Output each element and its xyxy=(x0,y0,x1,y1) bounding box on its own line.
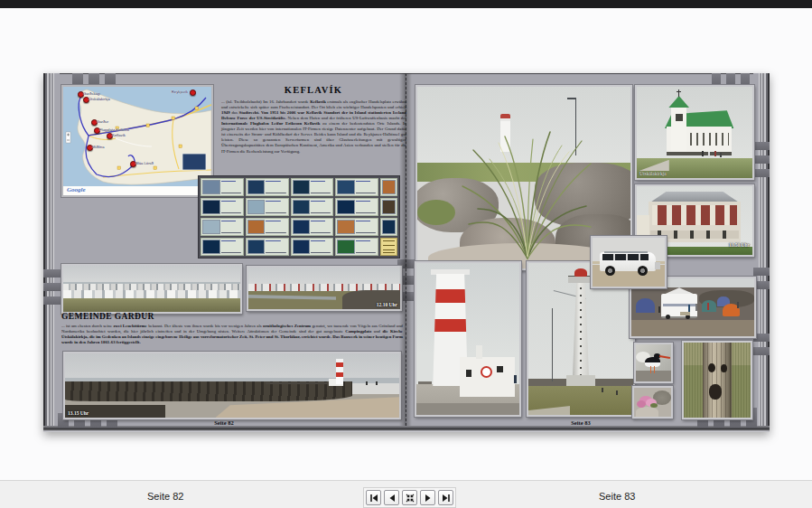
belfry-window xyxy=(676,114,683,121)
bird-card xyxy=(201,238,244,256)
left-page-footer: Seite 82 xyxy=(134,419,314,426)
suv-windows xyxy=(602,254,649,261)
photo-residential-area-left[interactable] xyxy=(61,264,242,314)
decor-tape xyxy=(43,269,61,278)
person xyxy=(720,153,722,157)
window xyxy=(497,366,503,372)
photo-wooden-post[interactable] xyxy=(682,341,752,419)
lantern-room xyxy=(574,268,587,277)
photobook-spread: GarðskagiÚtskálakirkjaGarðurFlugplatz Ke… xyxy=(43,73,770,432)
camping-table xyxy=(680,312,690,315)
gardur-heading[interactable]: GEMEINDE GARÐUR xyxy=(61,312,154,321)
roof-rack xyxy=(604,251,648,253)
bird-card xyxy=(380,198,397,216)
note-card xyxy=(380,238,397,256)
photo-white-suv[interactable] xyxy=(591,236,667,288)
grass-foreground xyxy=(63,298,240,312)
person xyxy=(366,381,368,385)
blue-tent xyxy=(636,298,654,314)
binding-dashed-line xyxy=(406,73,406,426)
left-page-stack-edge xyxy=(43,73,60,426)
bird-card xyxy=(380,218,397,236)
door xyxy=(466,370,471,377)
stone-light xyxy=(636,407,658,417)
decor-tape xyxy=(43,283,61,291)
current-right-page-label: Seite 83 xyxy=(599,491,635,502)
bird-card xyxy=(201,218,244,236)
bench xyxy=(418,381,432,384)
photo-residential-area-right[interactable]: 12.10 Uhr xyxy=(247,266,402,311)
map-marker[interactable] xyxy=(190,89,196,96)
bird-card xyxy=(201,198,244,216)
photo-gardskagi-old-lighthouse[interactable] xyxy=(415,261,521,417)
grass-tuft xyxy=(455,123,600,268)
photo-pink-flowers[interactable] xyxy=(632,386,673,419)
bird-card xyxy=(291,238,334,256)
green-leaves xyxy=(650,403,658,408)
bird-identification-chart[interactable] xyxy=(198,175,400,259)
bottom-page-stack-edge xyxy=(43,426,770,432)
page-title[interactable]: KEFLAVÍK xyxy=(220,85,406,95)
antenna-mast xyxy=(552,308,553,381)
page-navigation xyxy=(363,487,456,508)
viewer-workspace: GarðskagiÚtskálakirkjaGarðurFlugplatz Ke… xyxy=(0,8,812,480)
decor-tape xyxy=(753,155,770,164)
person xyxy=(737,302,739,308)
decor-tape xyxy=(753,268,770,276)
photo-oystercatcher-bird[interactable] xyxy=(634,343,673,383)
keflavik-text-block[interactable]: ... (isl. Treibholzbucht) Im 16. Jahrhun… xyxy=(221,99,406,174)
decor-tape xyxy=(753,169,770,177)
seaweed-rocks xyxy=(65,381,352,400)
map-marker-label: Miðlína xyxy=(92,145,105,149)
bird-card xyxy=(335,218,378,236)
window-row xyxy=(652,205,738,224)
previous-page-button[interactable] xyxy=(384,490,399,505)
knot-hole-mouth xyxy=(709,384,722,400)
right-page-footer: Seite 83 xyxy=(490,419,671,426)
fence-post xyxy=(616,390,618,395)
bird-card xyxy=(291,198,334,216)
bird-card xyxy=(246,238,289,256)
base-pedestal xyxy=(566,375,595,386)
person xyxy=(714,151,716,156)
photo-timestamp: 13.50 Uhr xyxy=(729,242,750,248)
decor-tape xyxy=(753,347,770,355)
decor-tape xyxy=(753,142,770,150)
fit-center-button[interactable] xyxy=(402,490,417,505)
bird-card xyxy=(335,198,378,216)
wheel xyxy=(638,266,648,276)
fit-center-icon xyxy=(405,493,415,503)
route-map[interactable]: GarðskagiÚtskálakirkjaGarðurFlugplatz Ke… xyxy=(61,85,213,197)
next-page-icon xyxy=(423,493,434,503)
window-top-strip xyxy=(0,0,812,8)
lamp-arm xyxy=(567,98,576,99)
camper-wheel xyxy=(666,315,670,319)
photo-caption: Útskálakirkja xyxy=(639,171,667,176)
wood-grain xyxy=(703,343,733,418)
photo-timestamp: 13.15 Uhr xyxy=(68,410,89,416)
photo-beach-panorama[interactable]: 13.15 Uhr xyxy=(63,352,401,419)
gardur-paragraph: ... ist am ehesten durch seine zwei Leuc… xyxy=(61,323,403,344)
cross-bar xyxy=(677,91,681,92)
foundation xyxy=(667,152,732,155)
map-marker-label: Garðskagi xyxy=(83,91,100,96)
lighthouse-tower xyxy=(336,359,343,384)
bird-card xyxy=(246,178,289,196)
last-page-button[interactable] xyxy=(438,490,453,505)
next-page-button[interactable] xyxy=(420,490,435,505)
previous-page-icon xyxy=(387,493,397,503)
bird-card xyxy=(291,218,334,236)
first-page-button[interactable] xyxy=(366,490,381,505)
knot-hole-eye xyxy=(721,364,727,372)
person xyxy=(514,375,517,383)
map-attribution-strip: Google xyxy=(63,186,211,195)
tower-windows xyxy=(580,287,582,379)
map-marker-label: Útskálakirkja xyxy=(89,97,110,101)
map-markers-layer: GarðskagiÚtskálakirkjaGarðurFlugplatz Ke… xyxy=(63,87,211,186)
life-ring xyxy=(481,366,492,378)
bird-card xyxy=(201,178,244,196)
photo-utskalakirkja-church[interactable]: Útskálakirkja xyxy=(635,85,754,180)
keflavik-paragraph: ... (isl. Treibholzbucht) Im 16. Jahrhun… xyxy=(221,99,406,154)
first-page-icon xyxy=(369,493,379,503)
gardur-text-block[interactable]: ... ist am ehesten durch seine zwei Leuc… xyxy=(61,323,403,350)
